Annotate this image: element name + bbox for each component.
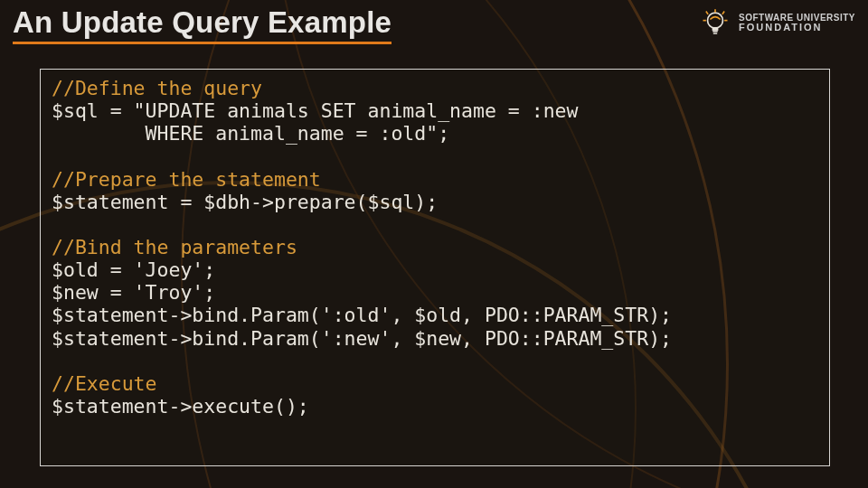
svg-rect-2 [713, 33, 718, 34]
logo-text: SOFTWARE UNIVERSITY FOUNDATION [739, 14, 855, 33]
softuni-logo: SOFTWARE UNIVERSITY FOUNDATION [699, 7, 855, 40]
svg-point-0 [708, 13, 723, 28]
svg-rect-1 [712, 31, 718, 33]
code-content: //Define the query $sql = "UPDATE animal… [52, 77, 818, 418]
code-block: //Define the query $sql = "UPDATE animal… [40, 69, 830, 466]
lightbulb-icon [699, 7, 731, 40]
svg-line-4 [722, 12, 724, 14]
svg-line-5 [706, 12, 708, 14]
logo-line-2: FOUNDATION [739, 23, 855, 33]
page-title: An Update Query Example [13, 5, 392, 44]
